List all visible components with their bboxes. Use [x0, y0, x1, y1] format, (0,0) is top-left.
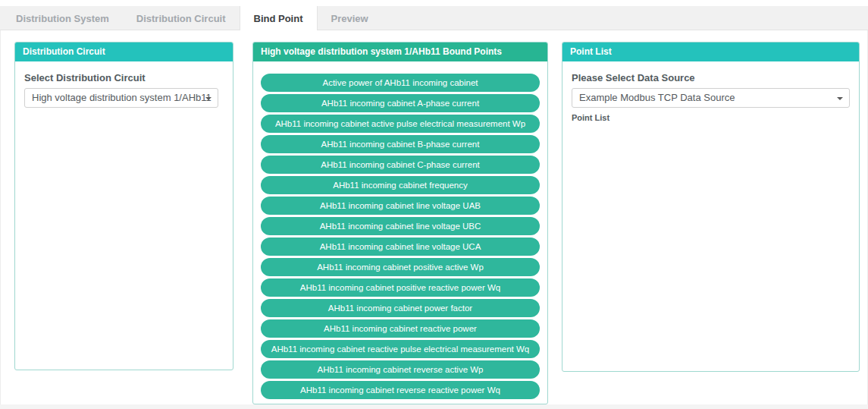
tab-content: Distribution Circuit Select Distribution… — [0, 30, 868, 404]
point-list-sublabel: Point List — [572, 113, 850, 122]
bound-points-panel-title: High voltage distribution system 1/AHb11… — [253, 42, 547, 61]
bind-point-page: Distribution SystemDistribution CircuitB… — [0, 0, 868, 409]
tab-distribution-circuit[interactable]: Distribution Circuit — [123, 6, 240, 30]
chevron-down-icon — [837, 97, 843, 100]
data-source-select-value: Example Modbus TCP Data Source — [579, 92, 735, 103]
bound-point-pill[interactable]: AHb11 incoming cabinet B-phase current — [261, 135, 540, 153]
bound-point-pill[interactable]: AHb11 incoming cabinet positive active W… — [261, 258, 540, 276]
bound-point-pill[interactable]: AHb11 incoming cabinet line voltage UAB — [261, 197, 540, 215]
select-distribution-circuit-label: Select Distribution Circuit — [24, 72, 224, 83]
bound-point-pill[interactable]: AHb11 incoming cabinet C-phase current — [261, 156, 540, 174]
tab-bind-point[interactable]: Bind Point — [240, 6, 318, 30]
data-source-select[interactable]: Example Modbus TCP Data Source — [572, 88, 850, 108]
point-list-panel-title: Point List — [562, 42, 859, 61]
bound-point-pill[interactable]: AHb11 incoming cabinet active pulse elec… — [261, 115, 540, 133]
bound-points-list: Active power of AHb11 incoming cabinetAH… — [253, 61, 547, 399]
distribution-circuit-select[interactable]: High voltage distribution system 1/AHb11 — [24, 88, 218, 108]
point-list-panel: Point List Please Select Data Source Exa… — [562, 42, 860, 372]
tab-preview[interactable]: Preview — [318, 6, 382, 30]
bound-point-pill[interactable]: AHb11 incoming cabinet power factor — [261, 299, 540, 317]
distribution-circuit-panel: Distribution Circuit Select Distribution… — [14, 42, 233, 370]
bound-point-pill[interactable]: AHb11 incoming cabinet reactive pulse el… — [261, 340, 540, 358]
bound-point-pill[interactable]: AHb11 incoming cabinet positive reactive… — [261, 278, 540, 297]
bound-points-panel: High voltage distribution system 1/AHb11… — [252, 42, 548, 404]
bound-point-pill[interactable]: AHb11 incoming cabinet reverse active Wp — [261, 360, 540, 379]
bound-point-pill[interactable]: AHb11 incoming cabinet frequency — [261, 176, 540, 194]
bound-point-pill[interactable]: AHb11 incoming cabinet line voltage UCA — [261, 238, 540, 256]
point-list-panel-body: Please Select Data Source Example Modbus… — [562, 61, 859, 133]
tab-bar: Distribution SystemDistribution CircuitB… — [0, 6, 868, 30]
distribution-circuit-panel-title: Distribution Circuit — [15, 42, 233, 61]
tab-distribution-system[interactable]: Distribution System — [2, 6, 123, 30]
distribution-circuit-select-value: High voltage distribution system 1/AHb11 — [32, 92, 212, 103]
bound-point-pill[interactable]: AHb11 incoming cabinet A-phase current — [261, 94, 540, 112]
bound-point-pill[interactable]: Active power of AHb11 incoming cabinet — [261, 74, 540, 92]
top-gap — [0, 0, 868, 6]
distribution-circuit-panel-body: Select Distribution Circuit High voltage… — [15, 61, 233, 118]
bound-point-pill[interactable]: AHb11 incoming cabinet reactive power — [261, 319, 540, 338]
data-source-label: Please Select Data Source — [572, 72, 850, 83]
chevron-down-icon — [205, 97, 212, 100]
bound-point-pill[interactable]: AHb11 incoming cabinet line voltage UBC — [261, 217, 540, 235]
bound-point-pill[interactable]: AHb11 incoming cabinet reverse reactive … — [261, 381, 540, 399]
